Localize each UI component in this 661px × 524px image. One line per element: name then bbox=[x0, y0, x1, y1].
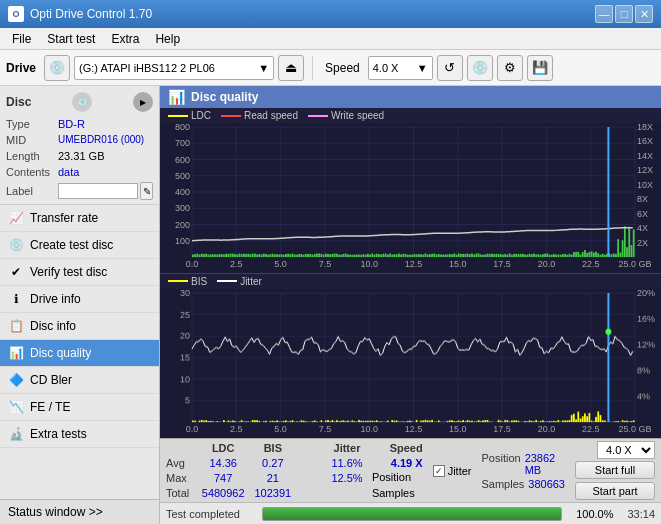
disc-icon: 💿 bbox=[72, 92, 92, 112]
ldc-legend-label: LDC bbox=[191, 110, 211, 121]
read-speed-legend-label: Read speed bbox=[244, 110, 298, 121]
disc-button[interactable]: 💿 bbox=[467, 55, 493, 81]
ldc-max: 747 bbox=[197, 471, 250, 486]
disc-info-panel: Disc 💿 ▶ Type BD-R MID UMEBDR016 (000) L… bbox=[0, 86, 159, 205]
sidebar-item-label-disc-quality: Disc quality bbox=[30, 346, 91, 360]
legend-ldc: LDC bbox=[168, 110, 211, 121]
legend-jitter: Jitter bbox=[217, 276, 262, 287]
total-row-label: Total bbox=[166, 485, 197, 500]
fe-te-icon: 📉 bbox=[8, 399, 24, 415]
start-buttons: Start full Start part bbox=[575, 461, 655, 500]
menu-bar: File Start test Extra Help bbox=[0, 28, 661, 50]
sidebar-item-label-cd-bier: CD Bler bbox=[30, 373, 72, 387]
sidebar-item-transfer-rate[interactable]: 📈 Transfer rate bbox=[0, 205, 159, 232]
chart1-canvas bbox=[160, 123, 661, 273]
chart2-canvas bbox=[160, 289, 661, 439]
sidebar-item-disc-info[interactable]: 📋 Disc info bbox=[0, 313, 159, 340]
save-button[interactable]: 💾 bbox=[527, 55, 553, 81]
sidebar-item-extra-tests[interactable]: 🔬 Extra tests bbox=[0, 421, 159, 448]
start-full-button[interactable]: Start full bbox=[575, 461, 655, 479]
toolbar: Drive 💿 (G:) ATAPI iHBS112 2 PL06 ▼ ⏏ Sp… bbox=[0, 50, 661, 86]
label-apply-btn[interactable]: ✎ bbox=[140, 182, 153, 200]
disc-info-icon: 📋 bbox=[8, 318, 24, 334]
length-val: 23.31 GB bbox=[58, 148, 104, 164]
position-label: Position bbox=[372, 471, 411, 483]
sidebar-item-label-transfer-rate: Transfer rate bbox=[30, 211, 98, 225]
jitter-checkbox[interactable]: ✓ bbox=[433, 465, 445, 477]
menu-start-test[interactable]: Start test bbox=[39, 30, 103, 48]
title-bar: O Opti Drive Control 1.70 — □ ✕ bbox=[0, 0, 661, 28]
disc-quality-header: 📊 Disc quality bbox=[160, 86, 661, 108]
jitter-legend-dot bbox=[217, 280, 237, 282]
drive-icon-btn[interactable]: 💿 bbox=[44, 55, 70, 81]
chart2-legend: BIS Jitter bbox=[160, 274, 661, 289]
label-key: Label bbox=[6, 185, 58, 197]
disc-icon2[interactable]: ▶ bbox=[133, 92, 153, 112]
sidebar-item-cd-bier[interactable]: 🔷 CD Bler bbox=[0, 367, 159, 394]
length-key: Length bbox=[6, 148, 58, 164]
menu-extra[interactable]: Extra bbox=[103, 30, 147, 48]
avg-row-label: Avg bbox=[166, 456, 197, 471]
settings-button[interactable]: ⚙ bbox=[497, 55, 523, 81]
mid-key: MID bbox=[6, 132, 58, 148]
contents-key: Contents bbox=[6, 164, 58, 180]
speed-col-header: Speed bbox=[372, 441, 423, 456]
samples-row: Samples bbox=[372, 485, 423, 500]
dq-header-icon: 📊 bbox=[168, 89, 185, 105]
sidebar-item-label-disc-info: Disc info bbox=[30, 319, 76, 333]
bis-avg: 0.27 bbox=[250, 456, 297, 471]
legend-bis: BIS bbox=[168, 276, 207, 287]
position-samples-area: Position 23862 MB Samples 380663 bbox=[481, 441, 565, 500]
speed-dropdown[interactable]: 4.0 X 2.0 X 8.0 X bbox=[597, 441, 655, 459]
bis-total: 102391 bbox=[250, 485, 297, 500]
charts-container: LDC Read speed Write speed bbox=[160, 108, 661, 438]
read-speed-legend-dot bbox=[221, 115, 241, 117]
eject-button[interactable]: ⏏ bbox=[278, 55, 304, 81]
stats-table: LDC BIS Jitter Speed Avg 14.36 0.27 11.6… bbox=[166, 441, 423, 500]
label-input[interactable] bbox=[58, 183, 138, 199]
disc-quality-icon: 📊 bbox=[8, 345, 24, 361]
chart2-area: BIS Jitter bbox=[160, 274, 661, 439]
chart2-canvas-area bbox=[160, 289, 661, 439]
sidebar: Disc 💿 ▶ Type BD-R MID UMEBDR016 (000) L… bbox=[0, 86, 160, 524]
sidebar-item-fe-te[interactable]: 📉 FE / TE bbox=[0, 394, 159, 421]
write-speed-legend-dot bbox=[308, 115, 328, 117]
speed-dropdown-row: 4.0 X 2.0 X 8.0 X bbox=[597, 441, 655, 459]
menu-file[interactable]: File bbox=[4, 30, 39, 48]
speed-buttons-area: 4.0 X 2.0 X 8.0 X Start full Start part bbox=[571, 441, 655, 500]
position-row: Position bbox=[372, 471, 423, 483]
sidebar-item-disc-quality[interactable]: 📊 Disc quality bbox=[0, 340, 159, 367]
dq-header-title: Disc quality bbox=[191, 90, 258, 104]
minimize-button[interactable]: — bbox=[595, 5, 613, 23]
app-icon: O bbox=[8, 6, 24, 22]
speed-val: 4.19 X bbox=[372, 456, 423, 471]
speed-label: Speed bbox=[325, 61, 360, 75]
content-area: 📊 Disc quality LDC Read speed bbox=[160, 86, 661, 524]
speed-select[interactable]: 4.0 X ▼ bbox=[368, 56, 433, 80]
sidebar-item-create-test-disc[interactable]: 💿 Create test disc bbox=[0, 232, 159, 259]
menu-help[interactable]: Help bbox=[147, 30, 188, 48]
chart1-legend: LDC Read speed Write speed bbox=[160, 108, 661, 123]
maximize-button[interactable]: □ bbox=[615, 5, 633, 23]
sidebar-item-label-fe-te: FE / TE bbox=[30, 400, 70, 414]
samples-val: 380663 bbox=[528, 478, 565, 490]
status-window-button[interactable]: Status window >> bbox=[0, 499, 159, 524]
close-button[interactable]: ✕ bbox=[635, 5, 653, 23]
contents-val: data bbox=[58, 164, 79, 180]
start-part-button[interactable]: Start part bbox=[575, 482, 655, 500]
position-row2: Position 23862 MB bbox=[481, 452, 565, 476]
ldc-col-header: LDC bbox=[197, 441, 250, 456]
jitter-legend-label: Jitter bbox=[240, 276, 262, 287]
refresh-button[interactable]: ↺ bbox=[437, 55, 463, 81]
type-key: Type bbox=[6, 116, 58, 132]
sidebar-item-drive-info[interactable]: ℹ Drive info bbox=[0, 286, 159, 313]
drive-select[interactable]: (G:) ATAPI iHBS112 2 PL06 ▼ bbox=[74, 56, 274, 80]
sidebar-item-verify-test-disc[interactable]: ✔ Verify test disc bbox=[0, 259, 159, 286]
type-val: BD-R bbox=[58, 116, 85, 132]
progress-text: 100.0% bbox=[568, 508, 613, 520]
elapsed-time: 33:14 bbox=[627, 508, 655, 520]
sidebar-item-label-verify-test-disc: Verify test disc bbox=[30, 265, 107, 279]
main-layout: Disc 💿 ▶ Type BD-R MID UMEBDR016 (000) L… bbox=[0, 86, 661, 524]
progress-bar-outer bbox=[262, 507, 562, 521]
legend-read-speed: Read speed bbox=[221, 110, 298, 121]
